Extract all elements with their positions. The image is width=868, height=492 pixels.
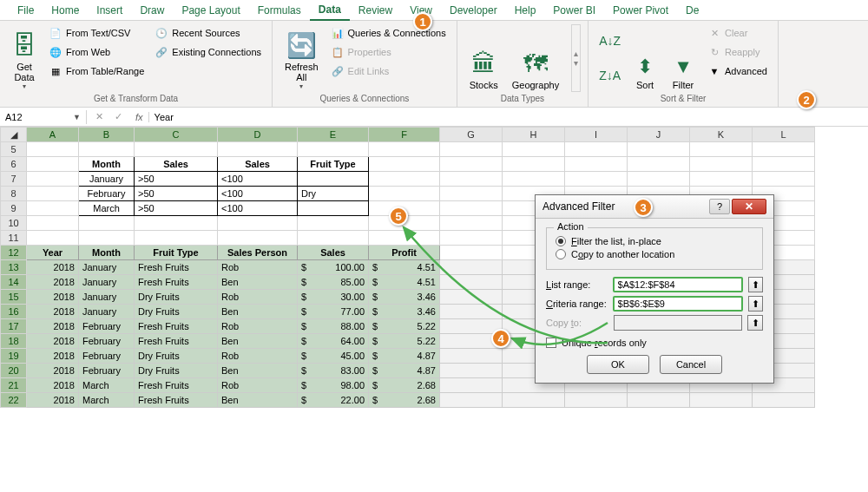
row-header[interactable]: 13 (1, 260, 27, 275)
sort-za-button[interactable]: Z↓A (595, 67, 624, 84)
dialog-help-button[interactable]: ? (709, 199, 730, 214)
col-header-d[interactable]: D (218, 128, 298, 142)
ok-button[interactable]: OK (587, 355, 649, 374)
cancel-button[interactable]: Cancel (660, 355, 722, 374)
row-header[interactable]: 19 (1, 349, 27, 364)
row-header[interactable]: 6 (1, 157, 27, 172)
row-header[interactable]: 7 (1, 172, 27, 187)
from-web-button[interactable]: 🌐From Web (45, 43, 148, 61)
stocks-icon: 🏛 (471, 49, 496, 78)
tab-pagelayout[interactable]: Page Layout (173, 1, 248, 20)
unique-records-checkbox[interactable]: Unique records only (546, 338, 763, 348)
namebox-dropdown-icon[interactable]: ▼ (73, 113, 81, 121)
tab-insert[interactable]: Insert (88, 1, 131, 20)
row-header[interactable]: 20 (1, 364, 27, 378)
edit-links-button: 🔗Edit Links (327, 62, 450, 80)
callout-5: 5 (389, 207, 408, 226)
row-header[interactable]: 8 (1, 187, 27, 201)
clear-button: ✕Clear (704, 24, 771, 42)
list-range-label: List range: (546, 279, 608, 290)
tab-design[interactable]: De (677, 1, 707, 20)
col-header-a[interactable]: A (27, 128, 79, 142)
link-icon: 🔗 (155, 45, 168, 59)
row-header[interactable]: 21 (1, 378, 27, 393)
col-header-g[interactable]: G (440, 128, 503, 142)
tab-file[interactable]: File (9, 1, 43, 20)
advanced-icon: ▼ (707, 64, 721, 78)
database-icon: 🗄 (12, 31, 36, 60)
row-header[interactable]: 17 (1, 319, 27, 334)
radio-filter-inplace[interactable]: Filter the list, in-place (556, 236, 753, 246)
sort-button[interactable]: ⬍ Sort (628, 24, 662, 92)
select-all-corner[interactable]: ◢ (1, 128, 27, 142)
tab-data[interactable]: Data (310, 0, 350, 21)
reapply-button: ↻Reapply (704, 43, 771, 61)
row-header[interactable]: 9 (1, 201, 27, 216)
row-header[interactable]: 18 (1, 334, 27, 349)
col-header-b[interactable]: B (79, 128, 135, 142)
tab-powerpivot[interactable]: Power Pivot (604, 1, 677, 20)
list-range-picker-button[interactable]: ⬆ (748, 277, 763, 292)
row-header[interactable]: 15 (1, 290, 27, 305)
existing-connections-button[interactable]: 🔗Existing Connections (151, 43, 265, 61)
tab-home[interactable]: Home (43, 1, 88, 20)
criteria-range-input[interactable] (613, 296, 743, 312)
col-header-f[interactable]: F (369, 128, 440, 142)
sort-az-button[interactable]: A↓Z (595, 32, 624, 49)
refresh-all-button[interactable]: 🔄 Refresh All ▾ (279, 24, 324, 92)
fx-icon[interactable]: fx (130, 112, 149, 122)
col-header-c[interactable]: C (135, 128, 218, 142)
stocks-button[interactable]: 🏛 Stocks (464, 24, 503, 92)
datatype-scroll[interactable]: ▴▾ (571, 24, 581, 92)
table-row[interactable]: 22 2018 March Fresh Fruits Ben $22.00 $2… (1, 393, 815, 408)
col-header-k[interactable]: K (690, 128, 753, 142)
action-group-label: Action (554, 221, 588, 232)
get-data-button[interactable]: 🗄 Get Data ▾ (7, 24, 42, 92)
col-header-j[interactable]: J (628, 128, 690, 142)
dialog-titlebar[interactable]: Advanced Filter ? ✕ (536, 195, 773, 219)
callout-1: 1 (413, 12, 432, 31)
filter-button[interactable]: ▼ Filter (666, 24, 700, 92)
row-header[interactable]: 14 (1, 275, 27, 290)
tab-powerbi[interactable]: Power BI (544, 1, 604, 20)
row-header[interactable]: 11 (1, 231, 27, 246)
from-table-button[interactable]: ▦From Table/Range (45, 62, 148, 80)
tab-help[interactable]: Help (506, 1, 545, 20)
accept-formula-button[interactable]: ✓ (109, 109, 127, 125)
sort-icon: ⬍ (637, 56, 653, 78)
table-icon: ▦ (49, 64, 62, 78)
row-header[interactable]: 22 (1, 393, 27, 408)
tab-review[interactable]: Review (350, 1, 401, 20)
advanced-filter-dialog: Advanced Filter ? ✕ Action Filter the li… (535, 194, 774, 384)
clear-icon: ✕ (707, 26, 721, 40)
col-header-i[interactable]: I (565, 128, 628, 142)
col-header-e[interactable]: E (298, 128, 369, 142)
formula-input[interactable] (149, 110, 868, 124)
queries-connections-button[interactable]: 📊Queries & Connections (327, 24, 450, 42)
recent-sources-button[interactable]: 🕒Recent Sources (151, 24, 265, 42)
tab-formulas[interactable]: Formulas (249, 1, 310, 20)
dialog-close-button[interactable]: ✕ (732, 199, 766, 214)
range-picker-icon: ⬆ (752, 279, 760, 291)
copy-to-picker-button[interactable]: ⬆ (747, 315, 763, 331)
tab-developer[interactable]: Developer (441, 1, 506, 20)
col-header-l[interactable]: L (753, 128, 815, 142)
row-header[interactable]: 10 (1, 216, 27, 231)
cancel-formula-button[interactable]: ✕ (90, 109, 108, 125)
radio-copy-location[interactable]: Copy to another location (556, 249, 753, 259)
callout-4: 4 (491, 329, 510, 348)
criteria-range-picker-button[interactable]: ⬆ (748, 296, 763, 312)
advanced-button[interactable]: ▼Advanced (704, 62, 771, 80)
list-range-input[interactable] (613, 277, 743, 292)
sort-za-icon: Z↓A (599, 69, 621, 82)
name-box[interactable]: A12 ▼ (0, 110, 87, 124)
col-header-h[interactable]: H (503, 128, 565, 142)
from-text-csv-button[interactable]: 📄From Text/CSV (45, 24, 148, 42)
geography-button[interactable]: 🗺 Geography (507, 24, 564, 92)
row-header[interactable]: 5 (1, 142, 27, 157)
row-header[interactable]: 12 (1, 246, 27, 260)
callout-2: 2 (797, 90, 816, 109)
tab-draw[interactable]: Draw (131, 1, 173, 20)
radio-icon (556, 236, 566, 246)
row-header[interactable]: 16 (1, 305, 27, 319)
